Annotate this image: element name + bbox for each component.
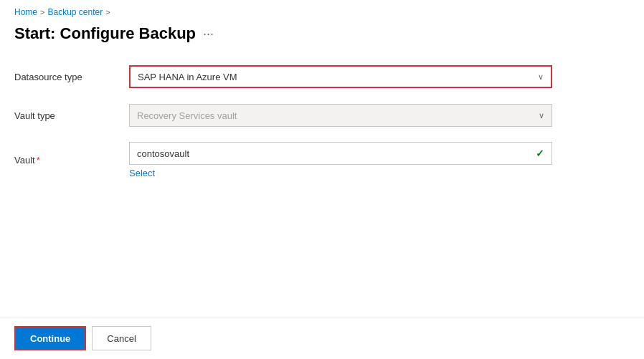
vault-control: contosovault ✓ Select — [129, 142, 552, 178]
datasource-type-dropdown[interactable]: SAP HANA in Azure VM ∨ — [129, 65, 552, 88]
checkmark-icon: ✓ — [536, 148, 544, 159]
vault-type-control: Recovery Services vault ∨ — [129, 104, 552, 127]
vault-value: contosovault — [137, 148, 189, 159]
cancel-button[interactable]: Cancel — [92, 326, 151, 350]
datasource-type-value: SAP HANA in Azure VM — [138, 72, 237, 82]
vault-type-label: Vault type — [14, 110, 129, 121]
chevron-down-icon: ∨ — [538, 72, 544, 82]
page-header: Start: Configure Backup ··· — [0, 21, 644, 57]
select-vault-link[interactable]: Select — [129, 168, 155, 178]
vault-label: Vault* — [14, 155, 129, 166]
breadcrumb-backup-center[interactable]: Backup center — [47, 7, 103, 17]
datasource-type-control: SAP HANA in Azure VM ∨ — [129, 65, 552, 88]
datasource-type-row: Datasource type SAP HANA in Azure VM ∨ — [14, 64, 574, 89]
vault-dropdown[interactable]: contosovault ✓ — [129, 142, 552, 165]
breadcrumb: Home > Backup center > — [0, 0, 644, 21]
page-title: Start: Configure Backup — [14, 24, 196, 43]
breadcrumb-sep2: > — [105, 8, 110, 16]
vault-required-marker: * — [37, 155, 40, 166]
breadcrumb-home[interactable]: Home — [14, 7, 37, 17]
breadcrumb-sep1: > — [40, 8, 44, 16]
datasource-type-label: Datasource type — [14, 72, 129, 82]
vault-type-value: Recovery Services vault — [137, 110, 237, 121]
more-options-icon[interactable]: ··· — [203, 27, 214, 42]
vault-type-dropdown[interactable]: Recovery Services vault ∨ — [129, 104, 552, 127]
footer: Continue Cancel — [0, 317, 644, 359]
chevron-down-icon: ∨ — [539, 111, 544, 120]
configure-backup-form: Datasource type SAP HANA in Azure VM ∨ V… — [14, 64, 574, 178]
vault-row: Vault* contosovault ✓ Select — [14, 142, 574, 178]
main-content: Datasource type SAP HANA in Azure VM ∨ V… — [0, 57, 644, 317]
continue-button[interactable]: Continue — [14, 326, 86, 350]
vault-type-row: Vault type Recovery Services vault ∨ — [14, 103, 574, 128]
